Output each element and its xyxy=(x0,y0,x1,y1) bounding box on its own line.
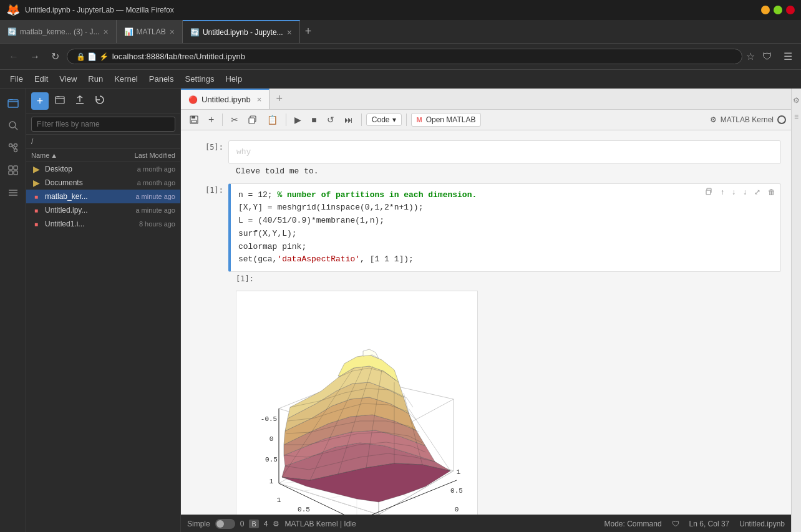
menu-file[interactable]: File xyxy=(5,72,28,86)
address-bar: ← → ↻ 🔒 📄 ⚡ localhost:8888/lab/tree/Unti… xyxy=(0,44,801,70)
svg-text:1: 1 xyxy=(277,496,281,504)
tab-close-3[interactable]: × xyxy=(287,27,292,37)
right-sidebar-panels[interactable]: ≡ xyxy=(792,110,801,123)
kernel-settings-icon[interactable]: ⚙ xyxy=(710,115,717,124)
code-line: surf(X,Y,L); xyxy=(238,228,773,241)
move-up-button[interactable]: ↑ xyxy=(718,186,727,198)
svg-rect-17 xyxy=(192,120,197,123)
maximize-button[interactable] xyxy=(774,6,782,14)
simple-mode-toggle[interactable] xyxy=(215,519,235,529)
svg-text:0.5: 0.5 xyxy=(450,487,463,495)
new-tab-button[interactable]: + xyxy=(300,20,317,43)
notebook-area: 🔴 Untitled.ipynb × + + ✂ 📋 ▶ ■ ↺ ⏭ xyxy=(181,89,791,532)
list-item[interactable]: ▶ Documents a month ago xyxy=(26,176,180,190)
minimize-button[interactable] xyxy=(761,6,770,14)
refresh-button[interactable] xyxy=(91,92,109,110)
copy-output-button[interactable] xyxy=(703,186,716,198)
bookmark-button[interactable]: ☆ xyxy=(746,51,755,62)
restart-kernel-button[interactable]: ↺ xyxy=(323,113,338,127)
svg-rect-19 xyxy=(249,118,255,123)
notebook-icon: ■ xyxy=(31,219,41,229)
sidebar-item-lines[interactable] xyxy=(4,183,22,202)
menu-bar: File Edit View Run Kernel Panels Setting… xyxy=(0,70,801,89)
tab-close-2[interactable]: × xyxy=(170,27,175,37)
firefox-icon: 🦊 xyxy=(6,3,20,17)
paste-cell-button[interactable]: 📋 xyxy=(263,113,281,127)
svg-point-1 xyxy=(9,122,16,128)
reload-button[interactable]: ↻ xyxy=(47,48,63,65)
lines-icon xyxy=(7,187,19,198)
tab-close-1[interactable]: × xyxy=(103,27,108,37)
move-down-button[interactable]: ↓ xyxy=(729,186,738,198)
status-bar: Simple 0 B 4 ⚙ MATLAB Kernel | Idle Mode… xyxy=(181,515,791,532)
sidebar-item-extensions[interactable] xyxy=(4,161,22,180)
svg-text:1: 1 xyxy=(269,478,274,485)
status-right: Mode: Command 🛡 Ln 6, Col 37 Untitled.ip… xyxy=(604,520,785,528)
add-cell-button[interactable]: + xyxy=(205,112,218,127)
settings-icon[interactable]: ⚙ xyxy=(273,520,279,528)
new-folder-button[interactable] xyxy=(51,92,69,110)
new-notebook-tab-button[interactable]: + xyxy=(269,89,289,109)
forward-button[interactable]: → xyxy=(26,49,44,65)
cell-input-active[interactable]: ↑ ↓ ↓ ⤢ 🗑 n = 12; % number of partitions… xyxy=(228,183,781,273)
notebook-tab-close[interactable]: × xyxy=(257,95,262,104)
cell-input[interactable]: why xyxy=(228,140,781,164)
expand-cell-button[interactable]: ⤢ xyxy=(752,186,763,198)
sidebar-item-search[interactable] xyxy=(4,116,22,135)
kernel-name-label: MATLAB Kernel xyxy=(721,115,774,124)
menu-panels[interactable]: Panels xyxy=(144,72,179,86)
menu-edit[interactable]: Edit xyxy=(29,72,53,86)
close-button[interactable] xyxy=(786,6,795,14)
back-button[interactable]: ← xyxy=(5,49,22,65)
list-item[interactable]: ■ Untitled1.i... 8 hours ago xyxy=(26,217,180,231)
menu-settings[interactable]: Settings xyxy=(180,72,220,86)
menu-kernel[interactable]: Kernel xyxy=(109,72,143,86)
cell-body: ↑ ↓ ↓ ⤢ 🗑 n = 12; % number of partitions… xyxy=(228,183,781,515)
folder-icon: ▶ xyxy=(31,178,41,188)
restart-run-button[interactable]: ⏭ xyxy=(341,113,357,127)
simple-label: Simple xyxy=(187,520,210,528)
file-name: matlab_ker... xyxy=(45,192,113,201)
menu-help[interactable]: Help xyxy=(220,72,247,86)
file-search-input[interactable] xyxy=(31,117,175,132)
kernel-file-icon: ■ xyxy=(31,191,41,201)
stop-cell-button[interactable]: ■ xyxy=(308,113,320,127)
menu-view[interactable]: View xyxy=(54,72,82,86)
copy-icon xyxy=(706,188,713,195)
notebook-tab-main[interactable]: 🔴 Untitled.ipynb × xyxy=(181,89,269,109)
toolbar-separator xyxy=(361,114,362,126)
browser-tab-2[interactable]: 📊 MATLAB × xyxy=(117,20,183,43)
filename-status: Untitled.ipynb xyxy=(739,520,785,528)
save-button[interactable] xyxy=(186,114,202,126)
run-cell-button[interactable]: ▶ xyxy=(291,113,305,127)
url-bar[interactable]: 🔒 📄 ⚡ localhost:8888/lab/tree/Untitled.i… xyxy=(67,49,742,64)
delete-cell-button[interactable]: 🗑 xyxy=(765,186,778,198)
svg-point-5 xyxy=(14,144,17,147)
open-matlab-button[interactable]: M Open MATLAB xyxy=(411,113,482,127)
download-cell-button[interactable]: ↓ xyxy=(740,186,749,198)
sidebar-item-git[interactable] xyxy=(4,138,22,157)
list-item[interactable]: ■ Untitled.ipy... a minute ago xyxy=(26,203,180,217)
right-sidebar-settings[interactable]: ⚙ xyxy=(790,94,801,107)
copy-cell-button[interactable] xyxy=(245,114,261,126)
list-item[interactable]: ▶ Desktop a month ago xyxy=(26,162,180,176)
shield-button[interactable]: 🛡 xyxy=(759,49,776,65)
menu-button[interactable]: ☰ xyxy=(780,48,796,65)
code-line: set(gca,'dataAspectRatio', [1 1 1]); xyxy=(238,253,773,266)
upload-button[interactable] xyxy=(71,92,89,110)
menu-run[interactable]: Run xyxy=(83,72,108,86)
browser-tab-1[interactable]: 🔄 matlab_kerne... (3) - J... × xyxy=(0,20,117,43)
sidebar-item-files[interactable] xyxy=(4,94,22,112)
matlab-icon: M xyxy=(417,116,422,123)
name-column-header[interactable]: Name ▲ xyxy=(31,152,113,159)
new-file-button[interactable]: + xyxy=(31,92,49,110)
tab-favicon-3: 🔄 xyxy=(190,28,199,37)
toggle-track[interactable] xyxy=(215,519,235,529)
dropdown-arrow-icon: ▾ xyxy=(392,115,396,124)
list-item[interactable]: ■ matlab_ker... a minute ago xyxy=(26,190,180,203)
cell-type-dropdown[interactable]: Code ▾ xyxy=(366,114,402,126)
svg-rect-6 xyxy=(9,166,12,170)
browser-tab-3[interactable]: 🔄 Untitled.ipynb - Jupyte... × xyxy=(183,20,300,43)
svg-rect-13 xyxy=(56,97,64,104)
cut-cell-button[interactable]: ✂ xyxy=(227,113,242,127)
